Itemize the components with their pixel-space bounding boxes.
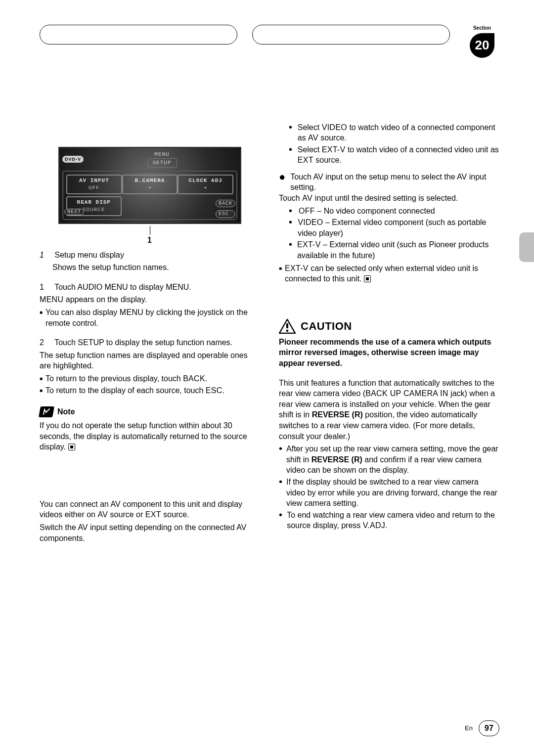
clock-adj-cell[interactable]: CLOCK ADJ (178, 175, 233, 194)
callout-leader: 1 (58, 226, 241, 241)
opt-off: OFF – No video component connected (289, 206, 499, 217)
arrow-right-icon (124, 184, 176, 192)
note-body: If you do not operate the setup function… (40, 420, 260, 452)
step2-body: The setup function names are displayed a… (40, 350, 260, 371)
extv-note: ■ EXT-V can be selected only when extern… (279, 263, 499, 284)
end-mark-icon (364, 275, 371, 282)
callout-number: 1 (147, 235, 152, 246)
cam-note-3: To end watching a rear view camera video… (279, 510, 499, 531)
dvd-badge: DVD-V (62, 156, 84, 163)
end-mark-icon (68, 444, 75, 450)
arrow-right-icon (179, 184, 231, 192)
opt-extv: EXT-V – External video unit (such as Pio… (289, 239, 499, 261)
av-intro: You can connect an AV component to this … (40, 499, 260, 520)
legend-title: 1 Setup menu display (40, 250, 260, 261)
step2-sub2: ■ To return to the display of each sourc… (40, 385, 260, 396)
step2-heading: 2 Touch SETUP to display the setup funct… (40, 337, 260, 348)
back-button[interactable]: BACK (216, 200, 235, 208)
bcamera-cell[interactable]: B.CAMERA (122, 175, 178, 194)
header-cap-right (252, 25, 450, 44)
select-video-item: Select VIDEO to watch video of a connect… (289, 122, 499, 143)
av-switch-note: Switch the AV input setting depending on… (40, 522, 260, 543)
step1-heading: 1 Touch AUDIO MENU to display MENU. (40, 282, 260, 293)
step2-sub1: ■ To return to the previous display, tou… (40, 373, 260, 384)
square-bullet-icon: ■ (40, 385, 43, 396)
caution-text: Pioneer recommends the use of a camera w… (279, 337, 499, 369)
av-input-cell[interactable]: AV INPUT OFF (66, 175, 122, 194)
language-code: En (465, 724, 473, 733)
opt-video: VIDEO – External video component (such a… (289, 217, 499, 238)
square-bullet-icon: ■ (279, 263, 282, 284)
action-body: Touch AV input until the desired setting… (279, 193, 499, 204)
step1-body: MENU appears on the display. (40, 294, 260, 305)
camera-notes-list: After you set up the rear view camera se… (279, 444, 499, 531)
av-options-list: OFF – No video component connected VIDEO… (279, 206, 499, 261)
section-number: 20 (470, 33, 494, 58)
left-column: DVD-V MENU SETUP AV INPUT OFF B.CAMERA (40, 73, 260, 546)
select-extv-item: Select EXT-V to watch video of a connect… (289, 144, 499, 166)
note-heading: Note (40, 406, 260, 417)
note-label: Note (57, 406, 75, 417)
esc-button[interactable]: ESC (216, 210, 235, 218)
step1-sub: ■ You can also display MENU by clicking … (40, 307, 260, 328)
header-row: Section 20 (40, 25, 499, 58)
note-icon (39, 406, 54, 417)
large-bullet-icon: ● (279, 172, 285, 193)
legend-body: Shows the setup function names. (40, 262, 260, 273)
caution-icon (279, 319, 296, 334)
svg-rect-1 (286, 330, 288, 332)
setup-tab[interactable]: SETUP (147, 158, 177, 168)
cam-note-2: If the display should be switched to a r… (279, 477, 499, 509)
square-bullet-icon: ■ (40, 373, 43, 384)
section-label: Section (465, 25, 499, 32)
right-column: Select VIDEO to watch video of a connect… (279, 73, 499, 546)
menu-title: MENU (87, 151, 237, 158)
setup-menu-screenshot: DVD-V MENU SETUP AV INPUT OFF B.CAMERA (58, 147, 241, 224)
next-button[interactable]: NEXT (64, 209, 84, 215)
square-bullet-icon: ■ (40, 307, 43, 328)
caution-label: CAUTION (301, 319, 352, 334)
svg-rect-0 (286, 323, 288, 328)
av-select-list: Select VIDEO to watch video of a connect… (279, 122, 499, 166)
cam-note-1: After you set up the rear view camera se… (279, 444, 499, 476)
section-badge: Section 20 (465, 25, 499, 58)
camera-paragraph: This unit features a function that autom… (279, 378, 499, 442)
caution-heading: CAUTION (279, 319, 499, 334)
page-number: 97 (479, 720, 499, 736)
side-tab (519, 232, 534, 262)
action-heading: ● Touch AV input on the setup menu to se… (279, 172, 499, 193)
header-cap-left (40, 25, 237, 44)
footer: En 97 (40, 711, 499, 736)
